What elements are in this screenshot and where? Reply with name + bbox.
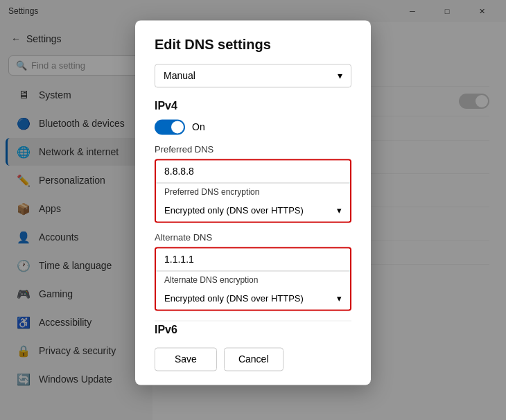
alternate-enc-value: Encrypted only (DNS over HTTPS) [164,293,304,304]
alternate-dns-box: Alternate DNS encryption Encrypted only … [155,247,351,310]
alternate-enc-label: Alternate DNS encryption [156,271,350,288]
chevron-down-icon-alt: ▾ [337,293,342,304]
alternate-dns-label: Alternate DNS [155,232,351,243]
cancel-button[interactable]: Cancel [224,347,283,371]
preferred-dns-label: Preferred DNS [155,144,351,155]
save-button[interactable]: Save [155,347,217,371]
toggle-on-label: On [192,121,205,132]
dialog-title: Edit DNS settings [155,37,351,53]
alternate-dns-input[interactable] [156,248,350,271]
ipv6-section-title: IPv6 [155,320,351,336]
dialog-actions: Save Cancel [155,347,351,371]
dns-mode-value: Manual [164,70,195,81]
edit-dns-dialog: Edit DNS settings Manual ▾ IPv4 On Prefe… [135,20,371,385]
preferred-dns-input[interactable] [156,160,350,183]
preferred-enc-dropdown[interactable]: Encrypted only (DNS over HTTPS) ▾ [156,200,350,221]
preferred-enc-value: Encrypted only (DNS over HTTPS) [164,205,304,216]
preferred-enc-label: Preferred DNS encryption [156,183,350,200]
chevron-down-icon: ▾ [338,70,342,81]
ipv4-toggle[interactable] [155,119,185,134]
ipv4-toggle-row: On [155,119,351,134]
preferred-dns-box: Preferred DNS encryption Encrypted only … [155,159,351,222]
dns-mode-dropdown[interactable]: Manual ▾ [155,64,351,87]
alternate-enc-dropdown[interactable]: Encrypted only (DNS over HTTPS) ▾ [156,288,350,309]
chevron-down-icon-enc: ▾ [337,205,342,216]
ipv4-section-title: IPv4 [155,100,351,112]
